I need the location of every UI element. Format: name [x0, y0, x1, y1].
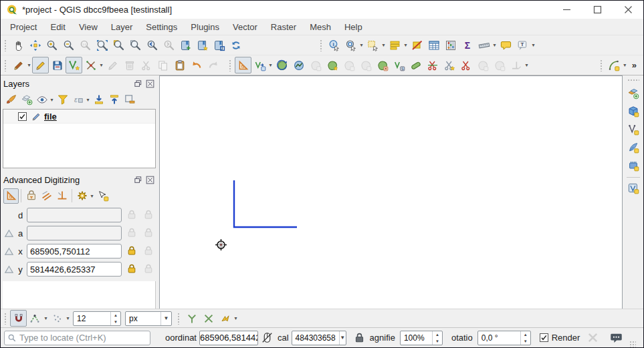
- render-checkbox-box[interactable]: [540, 333, 548, 342]
- text-annotation-button[interactable]: T: [514, 37, 531, 53]
- paste-features-button[interactable]: [171, 57, 188, 73]
- magnifier-spinbox[interactable]: 100% ▲▼: [400, 331, 443, 345]
- menu-vector[interactable]: Vector: [226, 19, 264, 35]
- current-edits-dropdown[interactable]: ▾: [26, 62, 32, 68]
- toggle-editing-button[interactable]: [32, 57, 49, 73]
- new-shapefile-layer-button[interactable]: [625, 121, 641, 138]
- new-spatialite-layer-button[interactable]: [625, 139, 641, 156]
- shape-digitizing-dropdown[interactable]: ▾: [622, 62, 628, 68]
- layers-panel-float-icon[interactable]: [133, 79, 143, 89]
- pan-to-selection-button[interactable]: [27, 37, 43, 53]
- zoom-out-button[interactable]: [60, 37, 77, 53]
- menu-view[interactable]: View: [72, 19, 104, 35]
- resize-grip[interactable]: [629, 341, 636, 347]
- constraint-input-a[interactable]: [27, 226, 122, 240]
- menu-edit[interactable]: Edit: [43, 19, 72, 35]
- spinbox-arrows[interactable]: ▲▼: [110, 312, 120, 325]
- merge-selected-features-button[interactable]: [457, 57, 474, 73]
- expand-all-button[interactable]: [91, 92, 106, 108]
- snap-settings-button[interactable]: [74, 188, 90, 204]
- text-annotation-dropdown[interactable]: ▾: [530, 42, 536, 48]
- measure-line-button[interactable]: [475, 37, 492, 53]
- menu-settings[interactable]: Settings: [139, 19, 184, 35]
- refresh-map-button[interactable]: [227, 37, 244, 53]
- select-by-value-button[interactable]: [387, 37, 403, 53]
- run-feature-action-button[interactable]: [342, 37, 359, 53]
- snapping-type-dropdown[interactable]: ▾: [65, 315, 71, 321]
- snapping-mode-button[interactable]: [27, 310, 43, 327]
- render-checkbox[interactable]: Render: [540, 333, 580, 343]
- minimize-button[interactable]: [551, 1, 582, 19]
- delete-part-button[interactable]: [374, 57, 391, 73]
- snapping-units-combo[interactable]: px ▼: [125, 311, 172, 326]
- snapping-type-button[interactable]: [49, 310, 66, 327]
- spinbox-arrows[interactable]: ▲▼: [432, 331, 442, 345]
- toolbar-overflow-button[interactable]: »: [629, 59, 639, 71]
- reshape-features-button[interactable]: S: [391, 57, 407, 73]
- layers-panel-close-icon[interactable]: [145, 79, 155, 89]
- show-spatial-bookmarks-button[interactable]: [194, 37, 211, 53]
- manage-map-themes-dropdown[interactable]: ▾: [49, 97, 55, 103]
- zoom-last-button[interactable]: [144, 37, 160, 53]
- delta-toggle-icon[interactable]: [3, 228, 15, 239]
- menu-help[interactable]: Help: [338, 19, 369, 35]
- save-layer-edits-button[interactable]: [49, 57, 66, 73]
- zoom-full-extent-button[interactable]: [94, 37, 110, 53]
- locator-search[interactable]: [4, 331, 150, 345]
- add-part-button[interactable]: [324, 57, 340, 73]
- new-virtual-layer-button[interactable]: [625, 180, 641, 196]
- maximize-button[interactable]: [582, 1, 613, 19]
- move-feature-button[interactable]: [251, 57, 268, 73]
- statistical-summary-button[interactable]: Σ: [459, 37, 475, 53]
- enable-snapping-button[interactable]: [10, 310, 27, 327]
- menu-raster[interactable]: Raster: [264, 19, 303, 35]
- scale-combo[interactable]: 484303658 ▼: [292, 331, 346, 345]
- zoom-to-layer-button[interactable]: [127, 37, 144, 53]
- new-geopackage-layer-button[interactable]: [625, 103, 641, 120]
- rotate-feature-button[interactable]: [274, 57, 290, 73]
- new-temporary-scratch-layer-button[interactable]: [625, 157, 641, 174]
- snap-settings-dropdown[interactable]: ▾: [89, 193, 95, 199]
- add-group-button[interactable]: [19, 92, 34, 108]
- zoom-in-button[interactable]: [43, 37, 60, 53]
- layer-visibility-checkbox[interactable]: [18, 112, 27, 121]
- rotation-spinbox[interactable]: 0,0 ° ▲▼: [477, 331, 531, 345]
- snapping-on-intersection-button[interactable]: [200, 310, 217, 327]
- zoom-to-selection-button[interactable]: [110, 37, 127, 53]
- locator-input[interactable]: [19, 333, 147, 343]
- shape-digitizing-button[interactable]: [606, 57, 623, 73]
- self-snapping-dropdown[interactable]: ▾: [233, 315, 239, 321]
- layer-item-file[interactable]: file: [3, 110, 155, 124]
- select-features-dropdown[interactable]: ▾: [381, 42, 387, 48]
- vertex-tool-button[interactable]: [82, 57, 99, 73]
- select-features-button[interactable]: [364, 37, 381, 53]
- delta-toggle-icon[interactable]: [3, 246, 15, 257]
- vertex-tool-dropdown[interactable]: ▾: [98, 62, 104, 68]
- constraint-input-d[interactable]: [27, 208, 122, 222]
- snapping-mode-dropdown[interactable]: ▾: [43, 315, 49, 321]
- scale-lock-icon[interactable]: [353, 331, 366, 344]
- mouse-position-toggle-icon[interactable]: [261, 331, 274, 344]
- parallel-constraint-button[interactable]: [39, 188, 54, 204]
- menu-project[interactable]: Project: [3, 19, 43, 35]
- advanced-digitizing-float-icon[interactable]: [133, 175, 143, 185]
- menu-layer[interactable]: Layer: [104, 19, 140, 35]
- toggle-floater-button[interactable]: [95, 188, 110, 204]
- map-canvas[interactable]: [159, 75, 623, 309]
- perpendicular-constraint-button[interactable]: [54, 188, 70, 204]
- current-edits-button[interactable]: [10, 57, 27, 73]
- open-attribute-table-button[interactable]: [425, 37, 442, 53]
- filter-by-expression-dropdown[interactable]: ▾: [85, 97, 91, 103]
- move-feature-dropdown[interactable]: ▾: [267, 62, 274, 68]
- enable-advanced-digitizing-button[interactable]: [235, 57, 251, 73]
- advanced-digitizing-close-icon[interactable]: [145, 175, 155, 185]
- constraint-input-x[interactable]: [27, 244, 122, 258]
- menu-plugins[interactable]: Plugins: [184, 19, 226, 35]
- constraint-input-y[interactable]: [27, 262, 122, 277]
- spinbox-arrows[interactable]: ▲▼: [520, 331, 530, 345]
- remove-layer-group-button[interactable]: [122, 92, 137, 108]
- deselect-features-button[interactable]: [409, 37, 425, 53]
- topological-editing-button[interactable]: [183, 310, 200, 327]
- split-features-button[interactable]: [424, 57, 441, 73]
- manage-map-themes-button[interactable]: [34, 92, 49, 108]
